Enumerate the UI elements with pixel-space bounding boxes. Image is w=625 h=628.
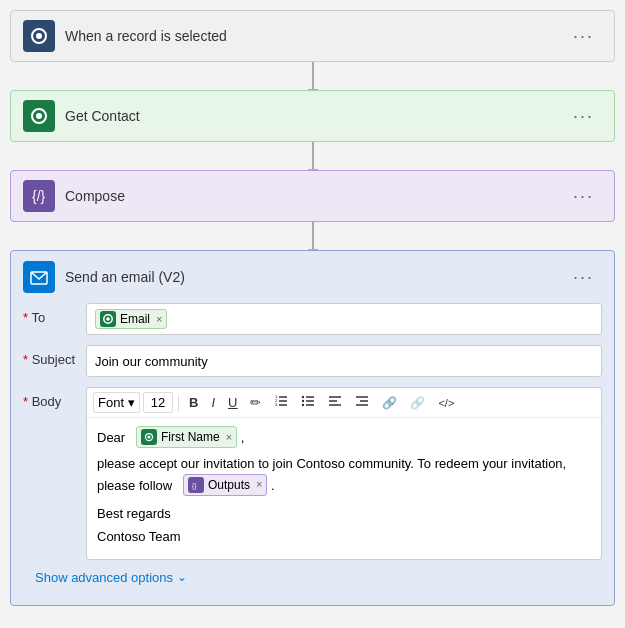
italic-button[interactable]: I (206, 393, 220, 412)
outputs-icon-svg: {} (191, 480, 201, 490)
font-size-input[interactable] (143, 392, 173, 413)
svg-point-3 (36, 113, 42, 119)
unordered-list-icon (301, 394, 315, 408)
get-contact-block[interactable]: Get Contact ··· (10, 90, 615, 142)
period-text: . (271, 478, 275, 493)
compose-icon-svg: {/} (29, 186, 49, 206)
chevron-down-icon: ⌄ (177, 570, 187, 584)
send-email-icon-svg (29, 267, 49, 287)
align-right-button[interactable] (350, 392, 374, 413)
firstname-token-label: First Name (161, 428, 220, 446)
signoff-text-1: Best regards (97, 506, 171, 521)
get-contact-title: Get Contact (65, 108, 565, 124)
trigger-block[interactable]: When a record is selected ··· (10, 10, 615, 62)
outputs-token-icon: {} (188, 477, 204, 493)
font-dropdown-icon: ▾ (128, 395, 135, 410)
send-email-title: Send an email (V2) (65, 269, 565, 285)
signoff-line-2: Contoso Team (97, 527, 591, 547)
editor-toolbar: Font ▾ B I U ✏ (87, 388, 601, 418)
to-required-star: * (23, 310, 28, 325)
get-contact-icon-svg (29, 106, 49, 126)
email-token-icon-svg (102, 313, 114, 325)
firstname-token[interactable]: First Name × (136, 426, 237, 448)
email-form-body: * To Email × (11, 303, 614, 605)
outputs-token-close[interactable]: × (256, 476, 262, 493)
subject-input[interactable]: Join our community (86, 345, 602, 377)
subject-value: Join our community (95, 354, 208, 369)
firstname-icon-svg (144, 432, 154, 442)
toolbar-sep-1 (178, 395, 179, 411)
connector-3 (312, 222, 314, 250)
align-left-icon (328, 394, 342, 408)
editor-content[interactable]: Dear First Name × (87, 418, 601, 559)
email-token-label: Email (120, 312, 150, 326)
align-left-button[interactable] (323, 392, 347, 413)
compose-block[interactable]: {/} Compose ··· (10, 170, 615, 222)
font-selector[interactable]: Font ▾ (93, 392, 140, 413)
paragraph-text: please accept our invitation to join Con… (97, 456, 566, 493)
svg-point-7 (106, 317, 110, 321)
comma-text: , (241, 430, 245, 445)
underline-button[interactable]: U (223, 393, 242, 412)
remove-link-button[interactable]: 🔗 (405, 394, 430, 412)
compose-icon: {/} (23, 180, 55, 212)
to-field-row: * To Email × (23, 303, 602, 335)
outputs-token-label: Outputs (208, 476, 250, 494)
svg-point-27 (148, 436, 151, 439)
signoff-line-1: Best regards (97, 504, 591, 524)
salutation-line: Dear First Name × (97, 426, 591, 448)
bold-button[interactable]: B (184, 393, 203, 412)
trigger-title: When a record is selected (65, 28, 565, 44)
signoff-text-2: Contoso Team (97, 529, 181, 544)
body-label: * Body (23, 387, 78, 409)
compose-title: Compose (65, 188, 565, 204)
show-advanced-label: Show advanced options (35, 570, 173, 585)
to-input[interactable]: Email × (86, 303, 602, 335)
code-button[interactable]: </> (433, 395, 459, 411)
trigger-icon-svg (29, 26, 49, 46)
connector-1 (312, 62, 314, 90)
outputs-token[interactable]: {} Outputs × (183, 474, 267, 496)
body-editor[interactable]: Font ▾ B I U ✏ (86, 387, 602, 560)
unordered-list-button[interactable] (296, 392, 320, 413)
align-right-icon (355, 394, 369, 408)
connector-2 (312, 142, 314, 170)
get-contact-icon (23, 100, 55, 132)
send-email-icon (23, 261, 55, 293)
to-label: * To (23, 303, 78, 325)
send-email-header[interactable]: Send an email (V2) ··· (11, 251, 614, 303)
svg-text:{/}: {/} (32, 188, 46, 204)
subject-required-star: * (23, 352, 28, 367)
trigger-icon (23, 20, 55, 52)
svg-point-14 (302, 396, 304, 398)
trigger-more-button[interactable]: ··· (565, 22, 602, 51)
compose-more-button[interactable]: ··· (565, 182, 602, 211)
svg-text:3.: 3. (275, 402, 278, 407)
subject-field-row: * Subject Join our community (23, 345, 602, 377)
highlight-button[interactable]: ✏ (245, 393, 266, 412)
svg-point-15 (302, 400, 304, 402)
show-advanced-options[interactable]: Show advanced options ⌄ (23, 570, 602, 593)
ordered-list-button[interactable]: 1. 2. 3. (269, 392, 293, 413)
firstname-token-close[interactable]: × (226, 429, 232, 446)
email-token-close[interactable]: × (156, 313, 162, 325)
send-email-block: Send an email (V2) ··· * To (10, 250, 615, 606)
email-token-icon (100, 311, 116, 327)
insert-link-button[interactable]: 🔗 (377, 394, 402, 412)
get-contact-more-button[interactable]: ··· (565, 102, 602, 131)
paragraph-line: please accept our invitation to join Con… (97, 454, 591, 496)
font-label: Font (98, 395, 124, 410)
svg-point-16 (302, 404, 304, 406)
send-email-more-button[interactable]: ··· (565, 263, 602, 292)
ordered-list-icon: 1. 2. 3. (274, 394, 288, 408)
subject-label: * Subject (23, 345, 78, 367)
body-field-row: * Body Font ▾ B I U ✏ (23, 387, 602, 560)
body-required-star: * (23, 394, 28, 409)
firstname-token-icon (141, 429, 157, 445)
salutation-text: Dear (97, 430, 125, 445)
svg-point-1 (36, 33, 42, 39)
email-token[interactable]: Email × (95, 309, 167, 329)
svg-text:{}: {} (192, 481, 197, 489)
flow-canvas: When a record is selected ··· Get Contac… (10, 10, 615, 618)
